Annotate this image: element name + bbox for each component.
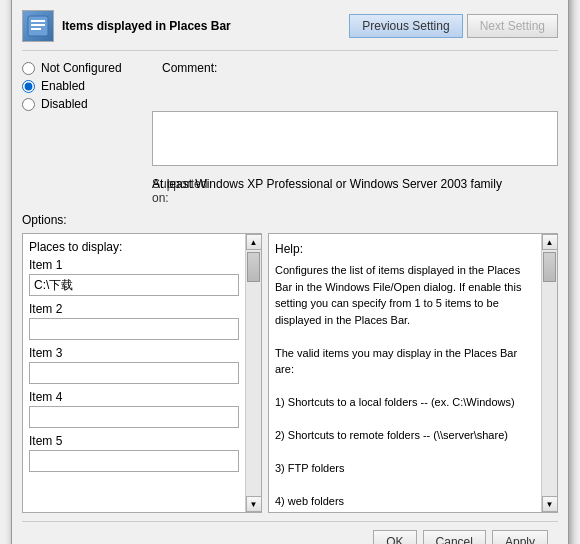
item3-label: Item 3 [29, 346, 239, 360]
comment-section: Comment: [152, 61, 558, 169]
supported-value: At least Windows XP Professional or Wind… [152, 177, 558, 205]
item1-label: Item 1 [29, 258, 239, 272]
cancel-button[interactable]: Cancel [423, 530, 486, 544]
places-label: Places to display: [29, 240, 239, 254]
right-scroll-thumb[interactable] [543, 252, 556, 282]
item3-input[interactable] [29, 362, 239, 384]
help-text-6: 4) web folders [275, 493, 535, 510]
help-text-2: The valid items you may display in the P… [275, 345, 535, 378]
next-setting-button[interactable]: Next Setting [467, 14, 558, 38]
comment-label: Comment: [152, 61, 558, 75]
right-panel-content: Help: Configures the list of items displ… [269, 234, 541, 512]
ok-button[interactable]: OK [373, 530, 416, 544]
item5-label: Item 5 [29, 434, 239, 448]
svg-rect-5 [31, 20, 45, 22]
header-row: Items displayed in Places Bar Previous S… [22, 10, 558, 51]
radio-section: Not Configured Enabled Disabled [22, 61, 152, 111]
supported-row: Supported on: At least Windows XP Profes… [22, 177, 558, 205]
comment-textarea[interactable] [152, 111, 558, 166]
enabled-radio[interactable] [22, 80, 35, 93]
bottom-bar: OK Cancel Apply [22, 521, 558, 544]
item2-label: Item 2 [29, 302, 239, 316]
scroll-thumb[interactable] [247, 252, 260, 282]
left-panel: Places to display: Item 1 Item 2 Item 3 [22, 233, 262, 513]
item4-input[interactable] [29, 406, 239, 428]
policy-icon [22, 10, 54, 42]
help-label: Help: [275, 240, 535, 258]
main-window: Items displayed in Places Bar – □ ✕ Item [11, 0, 569, 544]
disabled-label: Disabled [41, 97, 88, 111]
disabled-option[interactable]: Disabled [22, 97, 152, 111]
not-configured-option[interactable]: Not Configured [22, 61, 152, 75]
scroll-up-btn[interactable]: ▲ [246, 234, 262, 250]
disabled-radio[interactable] [22, 98, 35, 111]
apply-button[interactable]: Apply [492, 530, 548, 544]
policy-title: Items displayed in Places Bar [62, 19, 231, 33]
header-buttons: Previous Setting Next Setting [349, 14, 558, 38]
right-scroll-down-btn[interactable]: ▼ [542, 496, 558, 512]
item-group-4: Item 4 [29, 390, 239, 428]
enabled-label: Enabled [41, 79, 85, 93]
item2-input[interactable] [29, 318, 239, 340]
svg-rect-7 [31, 28, 41, 30]
item5-input[interactable] [29, 450, 239, 472]
enabled-option[interactable]: Enabled [22, 79, 152, 93]
left-scrollbar[interactable]: ▲ ▼ [245, 234, 261, 512]
radio-comment-row: Not Configured Enabled Disabled Comment: [22, 61, 558, 177]
help-text-1: Configures the list of items displayed i… [275, 262, 535, 328]
help-text-4: 2) Shortcuts to remote folders -- (\\ser… [275, 427, 535, 444]
right-panel: Help: Configures the list of items displ… [268, 233, 558, 513]
two-panel: Places to display: Item 1 Item 2 Item 3 [22, 233, 558, 513]
help-text-5: 3) FTP folders [275, 460, 535, 477]
svg-rect-6 [31, 24, 45, 26]
left-panel-content: Places to display: Item 1 Item 2 Item 3 [23, 234, 245, 512]
content-area: Items displayed in Places Bar Previous S… [12, 0, 568, 544]
item-group-2: Item 2 [29, 302, 239, 340]
previous-setting-button[interactable]: Previous Setting [349, 14, 462, 38]
not-configured-label: Not Configured [41, 61, 122, 75]
item-group-3: Item 3 [29, 346, 239, 384]
header-left: Items displayed in Places Bar [22, 10, 231, 42]
right-scroll-track [542, 250, 557, 496]
item1-input[interactable] [29, 274, 239, 296]
options-label: Options: [22, 213, 558, 227]
supported-label: Supported on: [22, 177, 152, 205]
item-group-1: Item 1 [29, 258, 239, 296]
scroll-track [246, 250, 261, 496]
item4-label: Item 4 [29, 390, 239, 404]
scroll-down-btn[interactable]: ▼ [246, 496, 262, 512]
not-configured-radio[interactable] [22, 62, 35, 75]
right-scroll-up-btn[interactable]: ▲ [542, 234, 558, 250]
right-scrollbar[interactable]: ▲ ▼ [541, 234, 557, 512]
item-group-5: Item 5 [29, 434, 239, 472]
help-text-3: 1) Shortcuts to a local folders -- (ex. … [275, 394, 535, 411]
